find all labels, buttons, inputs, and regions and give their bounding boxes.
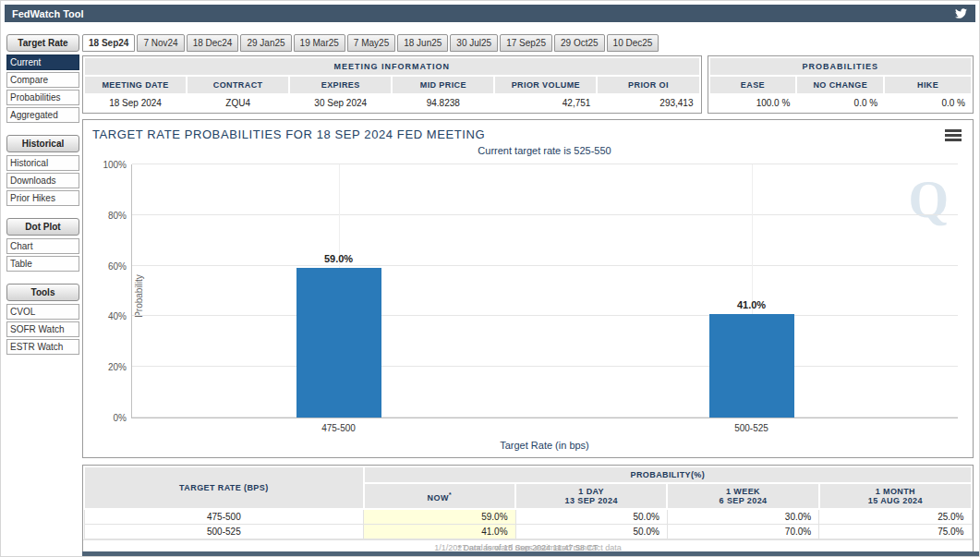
chart-menu-icon[interactable]: [945, 129, 962, 143]
mid-price-value: 94.8238: [393, 95, 493, 111]
info-row: MEETING INFORMATION MEETING DATE CONTRAC…: [82, 55, 974, 114]
meeting-info-panel: MEETING INFORMATION MEETING DATE CONTRAC…: [82, 55, 702, 114]
week-cell: 30.0%: [667, 509, 818, 525]
gridline: [132, 265, 958, 266]
col-header: PRIOR OI: [598, 77, 698, 93]
month-cell: 25.0%: [819, 509, 972, 525]
twitter-icon[interactable]: [954, 7, 968, 19]
probability-group-header: PROBABILITY(%): [364, 466, 972, 483]
meeting-info-values: 18 Sep 2024 ZQU4 30 Sep 2024 94.8238 42,…: [85, 95, 699, 111]
meeting-date-tab[interactable]: 17 Sep25: [500, 34, 552, 52]
week-cell: 70.0%: [667, 525, 818, 539]
sidebar-item-downloads[interactable]: Downloads: [6, 173, 79, 188]
col-header-now: NOW*: [364, 483, 515, 509]
probabilities-panel: PROBABILITIES EASE NO CHANGE HIKE 100.0 …: [708, 55, 974, 114]
y-axis-title: Probability: [134, 264, 144, 329]
col-header-1week: 1 WEEK6 SEP 2024: [667, 483, 818, 509]
col-header: CONTRACT: [188, 77, 288, 93]
rate-cell: 475-500: [84, 509, 364, 525]
meeting-date-tab[interactable]: 19 Mar25: [294, 34, 345, 52]
hike-value: 0.0 %: [885, 95, 971, 111]
probabilities-values: 100.0 % 0.0 % 0.0 %: [710, 95, 972, 111]
col-header: MID PRICE: [393, 77, 493, 93]
ease-value: 100.0 %: [710, 95, 796, 111]
meeting-date-tabs: 18 Sep24 7 Nov24 18 Dec24 29 Jan25 19 Ma…: [82, 34, 974, 52]
rate-cell: 500-525: [84, 525, 364, 539]
now-cell: 41.0%: [364, 525, 515, 539]
col-header: MEETING DATE: [85, 77, 186, 93]
sidebar-item-estr-watch[interactable]: ESTR Watch: [6, 339, 79, 355]
meeting-date-tab[interactable]: 18 Dec24: [187, 34, 239, 52]
chart-panel: TARGET RATE PROBABILITIES FOR 18 SEP 202…: [82, 119, 974, 458]
month-cell: 75.0%: [819, 525, 972, 539]
sidebar-item-prior-hikes[interactable]: Prior Hikes: [6, 190, 79, 206]
probabilities-headers: EASE NO CHANGE HIKE: [710, 77, 972, 93]
prior-oi-value: 293,413: [598, 95, 698, 111]
sidebar-item-probabilities[interactable]: Probabilities: [6, 90, 79, 105]
bar-value-label: 59.0%: [324, 253, 353, 264]
rate-col-header: TARGET RATE (BPS): [84, 466, 364, 509]
no-change-value: 0.0 %: [797, 95, 883, 111]
meeting-date-tab[interactable]: 29 Jan25: [240, 34, 291, 52]
app-header: FedWatch Tool: [5, 5, 975, 22]
day-cell: 50.0%: [515, 525, 667, 539]
main-content: 18 Sep24 7 Nov24 18 Dec24 29 Jan25 19 Ma…: [82, 34, 974, 557]
y-tick-label: 40%: [108, 311, 127, 321]
meeting-date-tab[interactable]: 30 Jul25: [450, 34, 498, 52]
col-header-1day: 1 DAY13 SEP 2024: [515, 483, 667, 509]
bar-value-label: 41.0%: [737, 299, 766, 310]
probabilities-title: PROBABILITIES: [710, 58, 972, 75]
expires-value: 30 Sep 2024: [290, 95, 391, 111]
sidebar-item-table[interactable]: Table: [6, 256, 79, 272]
chart-subtitle: Current target rate is 525-550: [131, 145, 958, 156]
x-category-label: 500-525: [734, 423, 768, 433]
gridline: [132, 366, 958, 367]
day-cell: 50.0%: [515, 509, 667, 525]
meeting-date-tab[interactable]: 7 Nov24: [137, 34, 184, 52]
bar-500-525[interactable]: 41.0%: [709, 314, 794, 418]
now-cell: 59.0%: [364, 509, 515, 525]
y-tick-label: 80%: [108, 210, 127, 220]
col-header: PRIOR VOLUME: [495, 77, 596, 93]
plot-area: Probability Q 0% 20% 40% 60% 80% 100% 59…: [131, 164, 958, 418]
meeting-date-tab[interactable]: 18 Sep24: [82, 34, 135, 52]
quikstrike-watermark-icon: Q: [908, 170, 949, 229]
sidebar-item-chart[interactable]: Chart: [6, 238, 79, 254]
bottom-scrollbar[interactable]: [82, 551, 979, 556]
meeting-info-headers: MEETING DATE CONTRACT EXPIRES MID PRICE …: [85, 77, 699, 93]
gridline: [132, 315, 958, 316]
section-target-rate: Target Rate: [6, 34, 79, 52]
meeting-date-tab[interactable]: 7 May25: [347, 34, 395, 52]
col-header-1month: 1 MONTH15 AUG 2024: [819, 483, 972, 509]
sidebar-item-aggregated[interactable]: Aggregated: [6, 107, 79, 123]
col-header: NO CHANGE: [797, 77, 883, 93]
section-tools: Tools: [6, 284, 79, 301]
sidebar-item-historical[interactable]: Historical: [6, 155, 79, 171]
gridline: [132, 417, 958, 418]
col-header: HIKE: [885, 77, 971, 93]
sidebar: Target Rate Current Compare Probabilitie…: [6, 34, 79, 357]
y-tick-label: 20%: [108, 362, 127, 372]
meeting-date-tab[interactable]: 29 Oct25: [554, 34, 605, 52]
gridline: [132, 214, 958, 215]
x-axis-title: Target Rate (in bps): [131, 440, 958, 451]
prior-volume-value: 42,751: [495, 95, 596, 111]
sidebar-item-cvol[interactable]: CVOL: [6, 304, 79, 320]
bar-475-500[interactable]: 59.0%: [296, 268, 381, 418]
sidebar-item-current[interactable]: Current: [6, 54, 79, 70]
sidebar-item-sofr-watch[interactable]: SOFR Watch: [6, 321, 79, 337]
col-header: EXPIRES: [290, 77, 391, 93]
meeting-date-tab[interactable]: 10 Dec25: [607, 34, 659, 52]
y-tick-label: 60%: [108, 260, 127, 271]
meeting-date-tab[interactable]: 18 Jun25: [397, 34, 448, 52]
fedwatch-page: FedWatch Tool Target Rate Current Compar…: [0, 0, 980, 557]
section-historical: Historical: [6, 135, 79, 152]
contract-value: ZQU4: [188, 95, 288, 111]
meeting-date-value: 18 Sep 2024: [85, 95, 186, 111]
col-header: EASE: [710, 77, 796, 93]
sidebar-item-compare[interactable]: Compare: [6, 72, 79, 88]
gridline: [132, 163, 958, 164]
meeting-info-title: MEETING INFORMATION: [85, 58, 699, 75]
section-dot-plot: Dot Plot: [6, 218, 79, 236]
y-tick-label: 0%: [114, 413, 127, 423]
